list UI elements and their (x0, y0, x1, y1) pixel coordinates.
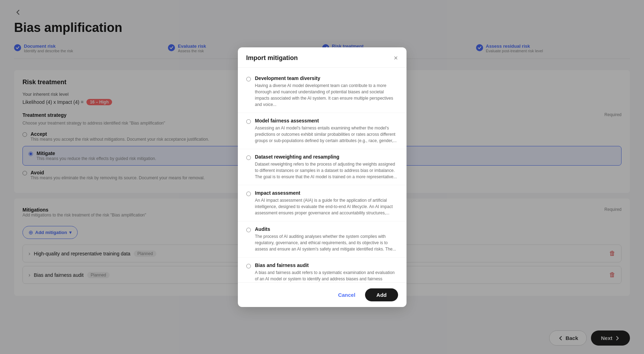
modal-option-title-6: Bias and fairness audit (255, 262, 398, 268)
modal-option-title-2: Model fairness assessment (255, 118, 398, 123)
modal-option-model-fairness[interactable]: Model fairness assessment Assessing an A… (238, 113, 406, 149)
modal-option-desc-5: The process of AI auditing analyses whet… (255, 233, 398, 252)
modal-close-button[interactable]: × (394, 54, 398, 61)
modal-title: Import mitigation (246, 54, 298, 62)
modal-option-title-5: Audits (255, 226, 398, 232)
modal-option-audits[interactable]: Audits The process of AI auditing analys… (238, 221, 406, 258)
cancel-button[interactable]: Cancel (332, 288, 361, 301)
modal-radio-dev-team[interactable] (246, 77, 251, 81)
modal-radio-dataset-reweighting[interactable] (246, 155, 251, 160)
modal-option-dev-team[interactable]: Development team diversity Having a dive… (238, 71, 406, 113)
modal-radio-bias-audit[interactable] (246, 264, 251, 268)
modal-option-title-3: Dataset reweighting and resampling (255, 154, 398, 160)
modal-option-title-4: Impact assessment (255, 190, 398, 196)
modal-radio-audits[interactable] (246, 228, 251, 232)
modal-option-desc-4: An AI impact assessment (AIA) is a guide… (255, 197, 398, 216)
modal-option-impact-assessment[interactable]: Impact assessment An AI impact assessmen… (238, 185, 406, 221)
modal-option-desc-2: Assessing an AI model's fairness entails… (255, 125, 398, 144)
modal-option-desc-3: Dataset reweighting refers to the proces… (255, 161, 398, 180)
modal-body: Development team diversity Having a dive… (238, 68, 406, 282)
modal-radio-impact-assessment[interactable] (246, 192, 251, 196)
modal-option-desc-1: Having a diverse AI model development te… (255, 82, 398, 108)
modal-radio-model-fairness[interactable] (246, 119, 251, 124)
add-button[interactable]: Add (365, 288, 398, 301)
modal-footer: Cancel Add (238, 282, 406, 307)
modal-option-title-1: Development team diversity (255, 75, 398, 81)
modal-overlay[interactable]: Import mitigation × Development team div… (0, 0, 644, 354)
modal-header: Import mitigation × (238, 47, 406, 68)
modal-option-desc-6: A bias and fairness audit refers to a sy… (255, 269, 398, 282)
modal-option-dataset-reweighting[interactable]: Dataset reweighting and resampling Datas… (238, 149, 406, 185)
modal-option-bias-audit[interactable]: Bias and fairness audit A bias and fairn… (238, 258, 406, 282)
import-mitigation-modal: Import mitigation × Development team div… (238, 47, 406, 307)
